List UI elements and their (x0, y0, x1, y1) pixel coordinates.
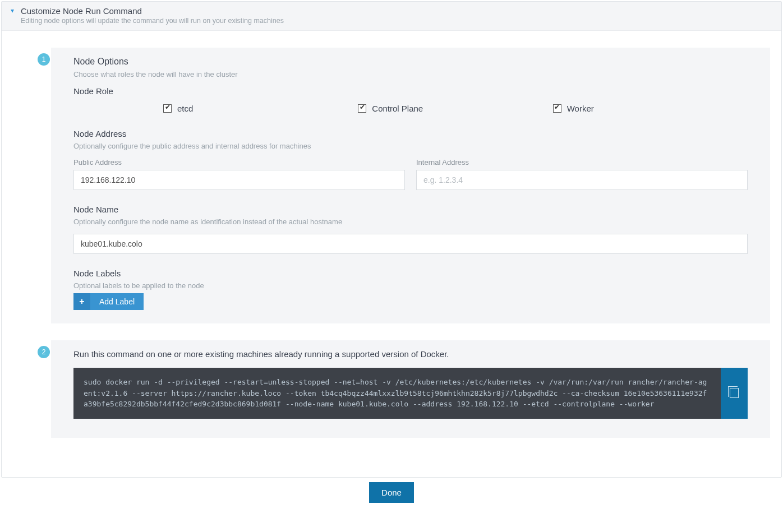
header-subtitle: Editing node options will update the com… (21, 17, 284, 25)
node-options-title: Node Options (73, 57, 748, 67)
public-address-label: Public Address (73, 158, 405, 166)
node-role-label: Node Role (73, 86, 748, 96)
worker-checkbox[interactable] (553, 104, 561, 113)
internal-address-input[interactable] (416, 170, 748, 190)
step-2-badge: 2 (38, 346, 50, 358)
node-address-subtitle: Optionally configure the public address … (73, 142, 748, 150)
step-1-badge: 1 (38, 53, 50, 66)
node-labels-title: Node Labels (73, 269, 748, 278)
public-address-input[interactable] (73, 170, 405, 190)
command-text[interactable]: sudo docker run -d --privileged --restar… (73, 368, 721, 419)
plus-icon: + (73, 293, 90, 310)
role-row: etcd Control Plane Worker (73, 104, 748, 113)
clipboard-icon (730, 388, 739, 398)
node-name-title: Node Name (73, 205, 748, 214)
run-command-instruction: Run this command on one or more existing… (73, 349, 748, 359)
node-name-subtitle: Optionally configure the node name as id… (73, 218, 748, 226)
done-button[interactable]: Done (369, 482, 414, 503)
copy-button[interactable] (721, 368, 748, 419)
control-plane-label: Control Plane (372, 104, 423, 113)
add-label-text: Add Label (90, 297, 144, 306)
step-2-block: 2 Run this command on one or more existi… (51, 340, 770, 438)
header-bar[interactable]: ▲ Customize Node Run Command Editing nod… (2, 2, 781, 31)
add-label-button[interactable]: + Add Label (73, 293, 144, 310)
node-options-subtitle: Choose what roles the node will have in … (73, 70, 748, 78)
node-address-title: Node Address (73, 129, 748, 138)
chevron-down-icon: ▲ (10, 8, 15, 15)
etcd-checkbox[interactable] (163, 104, 172, 113)
control-plane-checkbox[interactable] (358, 104, 366, 113)
node-name-input[interactable] (73, 234, 748, 254)
internal-address-label: Internal Address (416, 158, 748, 166)
node-labels-subtitle: Optional labels to be applied to the nod… (73, 281, 748, 290)
worker-label: Worker (567, 104, 594, 113)
etcd-label: etcd (177, 104, 193, 113)
header-title: Customize Node Run Command (21, 6, 284, 16)
step-1-block: 1 Node Options Choose what roles the nod… (51, 48, 770, 323)
